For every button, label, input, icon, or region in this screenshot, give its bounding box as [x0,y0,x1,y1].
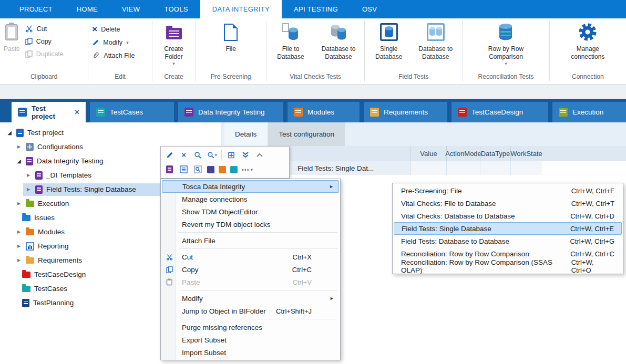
move-down-icon[interactable] [240,150,250,160]
grid-col-datatype[interactable]: DataType [480,146,510,161]
menu-project[interactable]: PROJECT [7,0,65,18]
menu-view[interactable]: VIEW [110,0,152,18]
submenu-item-reconciliation-row-by-row-ssas[interactable]: Reconciliation: Row by Row Comparison (S… [394,260,622,273]
submenu-item-field-tests-single-database[interactable]: Field Tests: Single Database Ctrl+W, Ctr… [394,222,622,235]
menu-item-label: Modify [182,295,203,303]
row-by-row-comparison-button[interactable]: Row by Row Comparison ▾ [476,19,535,73]
search-box-icon[interactable] [193,164,203,174]
grid-cell-actionmode[interactable] [446,161,480,175]
modify-button[interactable]: Modify ▾ [90,39,137,46]
menu-item-manage-connections[interactable]: Manage connections [162,193,339,205]
grid-col-value[interactable]: Value [411,146,446,161]
pre-screening-file-button[interactable]: File [213,19,248,73]
chevron-collapsed-icon[interactable]: ▶ [16,230,22,234]
tab-test-configuration[interactable]: Test configuration [268,122,345,146]
menu-item-revert-tdm-locks[interactable]: Revert my TDM object locks [162,218,339,231]
chevron-collapsed-icon[interactable]: ▶ [16,144,22,149]
tab-data-integrity-testing[interactable]: Data Integrity Testing [178,102,283,122]
single-database-button[interactable]: Single Database [367,19,411,73]
menu-item-label: Import Subset [182,349,226,357]
menu-tools[interactable]: TOOLS [152,0,200,18]
edit-icon[interactable] [165,150,175,160]
menu-data-integrity[interactable]: DATA INTEGRITY [200,0,282,18]
teal-category-icon[interactable] [230,166,238,173]
object-list-icon[interactable] [179,164,189,174]
configurations-icon [26,143,34,151]
attach-file-button[interactable]: Attach File [90,51,137,59]
tab-test-project[interactable]: Test project × [12,102,86,122]
create-folder-dropdown-icon[interactable]: ▾ [172,61,175,67]
menu-item-export-subset[interactable]: Export Subset [162,334,339,346]
navy-category-icon[interactable] [207,166,214,173]
menu-item-paste[interactable]: Paste Ctrl+V [162,276,339,288]
move-up-icon[interactable] [254,150,264,160]
row-by-row-comparison-icon [497,23,514,41]
grid-col-workstate[interactable]: WorkState [510,146,542,161]
tab-details[interactable]: Details [224,122,267,146]
menu-item-tosca-data-integrity[interactable]: Tosca Data Integrity ► [162,180,339,193]
menu-item-copy[interactable]: Copy Ctrl+C [162,263,339,276]
chevron-expanded-icon[interactable]: ◢ [6,130,13,136]
menu-item-show-tdm-objecteditor[interactable]: Show TDM ObjectEditor [162,205,339,218]
duplicate-button[interactable]: Duplicate [23,50,66,58]
menu-osv[interactable]: OSV [350,0,389,18]
tab-execution[interactable]: Execution [552,102,626,122]
vital-database-to-database-button[interactable]: Database to Database [314,19,363,73]
row-by-row-dropdown-icon[interactable]: ▾ [505,61,507,67]
submenu-item-field-tests-database-to-database[interactable]: Field Tests: Database to Database Ctrl+W… [394,235,622,247]
menu-item-purge-missing-references[interactable]: Purge missing references [162,321,339,334]
manage-connections-button[interactable]: Manage connections [562,19,613,73]
close-tab-icon[interactable]: × [71,108,79,117]
tab-modules[interactable]: Modules [288,102,360,122]
grid-cell-workstate[interactable] [510,161,542,175]
chevron-collapsed-icon[interactable]: ▶ [16,244,22,248]
orange-category-icon[interactable] [219,166,226,173]
more-options-icon[interactable]: •••▾ [242,167,253,173]
submenu-item-vital-database-to-database[interactable]: Vital Checks: Database to Database Ctrl+… [394,210,622,222]
grid-col-actionmode[interactable]: ActionMode [446,146,480,161]
grid-cell-datatype[interactable] [480,161,510,175]
paste-button[interactable]: Paste [2,19,22,73]
menu-item-attach-file[interactable]: Attach File [162,234,339,247]
delete-button[interactable]: × Delete [90,25,137,34]
tab-testcasedesign[interactable]: TestCaseDesign [451,102,548,122]
tree-label: TestCases [34,285,67,293]
grid-cell-value[interactable] [411,161,446,175]
menu-item-modify[interactable]: Modify ► [162,292,339,305]
file-icon [224,24,238,41]
delete-icon[interactable]: × [179,150,189,160]
tab-testcases[interactable]: TestCases [90,102,174,122]
search-dropdown-icon[interactable]: ▾ [207,150,217,160]
file-to-database-button[interactable]: File to Database [268,19,313,73]
submenu-item-pre-screening-file[interactable]: Pre-Screening: File Ctrl+W, Ctrl+F [394,184,622,197]
cut-button[interactable]: Cut [23,25,66,33]
search-icon[interactable] [193,150,203,160]
context-menu: Tosca Data Integrity ► Manage connection… [160,179,341,360]
modify-label: Modify [103,39,122,46]
menu-api-testing[interactable]: API TESTING [282,0,350,18]
paste-icon [5,24,18,40]
tree-item-test-project[interactable]: ◢ Test project [0,126,221,140]
tree-label: Modules [38,228,65,236]
field-database-to-database-button[interactable]: Database to Database [412,19,460,73]
di-object-icon[interactable] [165,164,175,174]
copy-button[interactable]: Copy [23,38,66,45]
tree-label: Requirements [38,256,82,264]
chevron-collapsed-icon[interactable]: ▶ [16,258,22,263]
menu-home[interactable]: HOME [65,0,110,18]
menu-item-jump-to-object[interactable]: Jump to Object in BIFolder Ctrl+Shift+J [162,305,339,317]
tab-requirements[interactable]: Requirements [364,102,447,122]
submenu-item-vital-file-to-database[interactable]: Vital Checks: File to Database Ctrl+W, C… [394,197,622,210]
tree-label: Execution [38,200,69,207]
chevron-collapsed-icon[interactable]: ▶ [25,173,32,178]
create-folder-button[interactable]: Create Folder ▾ [155,19,193,73]
menu-item-import-subset[interactable]: Import Subset [162,346,339,359]
chevron-collapsed-icon[interactable]: ▶ [16,201,22,206]
chevron-collapsed-icon[interactable]: ▶ [25,187,32,192]
menu-item-cut[interactable]: Cut Ctrl+X [162,251,339,263]
expand-all-icon[interactable]: ⊞ [226,150,236,160]
tree-label: Test project [27,129,64,137]
modify-dropdown-icon[interactable]: ▾ [126,40,129,45]
menu-item-label: Copy [182,266,199,274]
chevron-expanded-icon[interactable]: ◢ [16,158,22,164]
